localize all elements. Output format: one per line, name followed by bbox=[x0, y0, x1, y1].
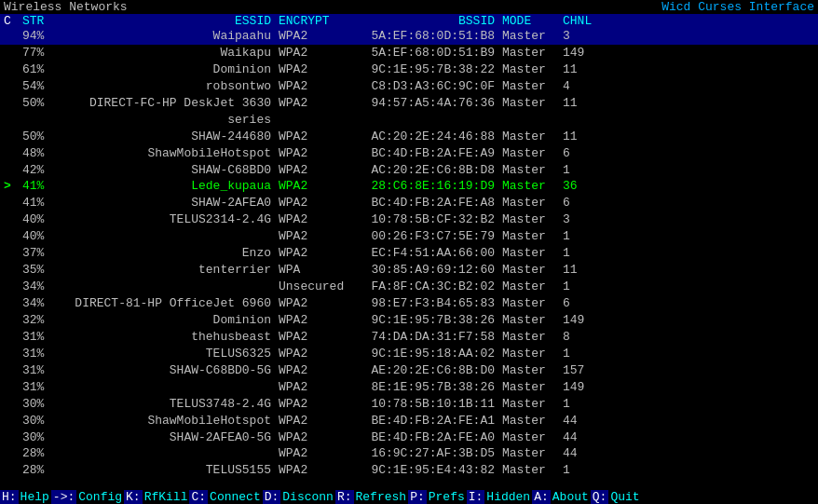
row-mode: Master bbox=[502, 162, 563, 179]
network-row[interactable]: 30% TELUS3748-2.4G WPA2 10:78:5B:10:1B:1… bbox=[0, 396, 818, 413]
row-essid: robsontwo bbox=[64, 78, 279, 95]
row-mode: Master bbox=[502, 462, 563, 479]
row-connected-indicator bbox=[4, 95, 22, 129]
status-bar-item[interactable]: Q:Quit bbox=[591, 490, 642, 504]
status-bar-item[interactable]: H:Help bbox=[0, 490, 51, 504]
row-bssid: 28:C6:8E:16:19:D9 bbox=[353, 178, 502, 195]
row-bssid: 9C:1E:95:7B:38:26 bbox=[353, 312, 502, 329]
network-row[interactable]: 50% SHAW-244680 WPA2 AC:20:2E:24:46:88 M… bbox=[0, 129, 818, 145]
network-row[interactable]: 34% DIRECT-81-HP OfficeJet 6960 WPA2 98:… bbox=[0, 295, 818, 312]
row-connected-indicator bbox=[4, 396, 22, 413]
status-bar-item[interactable]: R:Refresh bbox=[335, 490, 408, 504]
row-bssid: 74:DA:DA:31:F7:58 bbox=[353, 329, 502, 346]
network-row[interactable]: 77% Waikapu WPA2 5A:EF:68:0D:51:B9 Maste… bbox=[0, 45, 818, 61]
network-row[interactable]: 94% Waipaahu WPA2 5A:EF:68:0D:51:B8 Mast… bbox=[0, 28, 818, 45]
network-row[interactable]: 40% WPA2 00:26:F3:C7:5E:79 Master 1 bbox=[0, 228, 818, 245]
row-strength: 30% bbox=[22, 429, 64, 446]
row-encrypt: WPA2 bbox=[279, 462, 353, 479]
network-row[interactable]: 35% tenterrier WPA 30:85:A9:69:12:60 Mas… bbox=[0, 262, 818, 279]
network-row[interactable]: 37% Enzo WPA2 EC:F4:51:AA:66:00 Master 1 bbox=[0, 245, 818, 262]
network-row[interactable]: 42% SHAW-C68BD0 WPA2 AC:20:2E:C6:8B:D8 M… bbox=[0, 162, 818, 179]
row-connected-indicator bbox=[4, 295, 22, 312]
row-mode: Master bbox=[502, 195, 563, 211]
row-essid: SHAW-2AFEA0-5G bbox=[64, 429, 279, 446]
status-bar-item[interactable]: A:About bbox=[532, 490, 591, 504]
row-essid: Waikapu bbox=[64, 45, 279, 61]
status-label: Refresh bbox=[354, 490, 409, 504]
network-row[interactable]: 28% TELUS5155 WPA2 9C:1E:95:E4:43:82 Mas… bbox=[0, 462, 818, 479]
network-row[interactable]: 31% TELUS6325 WPA2 9C:1E:95:18:AA:02 Mas… bbox=[0, 346, 818, 362]
row-bssid: 9C:1E:95:18:AA:02 bbox=[353, 346, 502, 362]
row-encrypt: WPA2 bbox=[279, 295, 353, 312]
network-row[interactable]: 31% thehusbeast WPA2 74:DA:DA:31:F7:58 M… bbox=[0, 329, 818, 346]
row-encrypt: WPA2 bbox=[279, 129, 353, 145]
row-essid bbox=[64, 279, 279, 295]
row-connected-indicator bbox=[4, 445, 22, 462]
row-strength: 50% bbox=[22, 95, 64, 129]
row-chnl: 4 bbox=[563, 78, 609, 95]
row-bssid: EC:F4:51:AA:66:00 bbox=[353, 245, 502, 262]
network-row[interactable]: 28% WPA2 16:9C:27:AF:3B:D5 Master 44 bbox=[0, 445, 818, 462]
network-row[interactable]: 32% Dominion WPA2 9C:1E:95:7B:38:26 Mast… bbox=[0, 312, 818, 329]
network-row[interactable]: 31% SHAW-C68BD0-5G WPA2 AE:20:2E:C6:8B:D… bbox=[0, 362, 818, 379]
status-bar-item[interactable]: I:Hidden bbox=[467, 490, 532, 504]
row-connected-indicator bbox=[4, 245, 22, 262]
row-bssid: 8E:1E:95:7B:38:26 bbox=[353, 379, 502, 396]
row-strength: 31% bbox=[22, 362, 64, 379]
col-bssid-header: BSSID bbox=[353, 14, 502, 28]
row-mode: Master bbox=[502, 145, 563, 162]
row-mode: Master bbox=[502, 262, 563, 279]
network-row[interactable]: 40% TELUS2314-2.4G WPA2 10:78:5B:CF:32:B… bbox=[0, 211, 818, 228]
status-bar-item[interactable]: C:Connect bbox=[189, 490, 262, 504]
row-bssid: 9C:1E:95:E4:43:82 bbox=[353, 462, 502, 479]
row-chnl: 3 bbox=[563, 28, 609, 45]
row-encrypt: WPA2 bbox=[279, 211, 353, 228]
status-label: Quit bbox=[608, 490, 641, 504]
row-mode: Master bbox=[502, 61, 563, 78]
row-mode: Master bbox=[502, 45, 563, 61]
row-chnl: 44 bbox=[563, 413, 609, 429]
network-row[interactable]: > 41% Lede_kupaua WPA2 28:C6:8E:16:19:D9… bbox=[0, 178, 818, 195]
network-row[interactable]: 31% WPA2 8E:1E:95:7B:38:26 Master 149 bbox=[0, 379, 818, 396]
network-row[interactable]: 34% Unsecured FA:8F:CA:3C:B2:02 Master 1 bbox=[0, 279, 818, 295]
network-row[interactable]: 30% ShawMobileHotspot WPA2 BE:4D:FB:2A:F… bbox=[0, 413, 818, 429]
row-connected-indicator bbox=[4, 61, 22, 78]
network-list: 94% Waipaahu WPA2 5A:EF:68:0D:51:B8 Mast… bbox=[0, 28, 818, 479]
row-connected-indicator bbox=[4, 28, 22, 45]
row-connected-indicator bbox=[4, 45, 22, 61]
row-chnl: 149 bbox=[563, 312, 609, 329]
row-mode: Master bbox=[502, 379, 563, 396]
row-encrypt: WPA2 bbox=[279, 245, 353, 262]
row-bssid: AC:20:2E:24:46:88 bbox=[353, 129, 502, 145]
status-bar-item[interactable]: ->:Config bbox=[51, 490, 124, 504]
network-row[interactable]: 61% Dominion WPA2 9C:1E:95:7B:38:22 Mast… bbox=[0, 61, 818, 78]
row-mode: Master bbox=[502, 329, 563, 346]
network-row[interactable]: 30% SHAW-2AFEA0-5G WPA2 BE:4D:FB:2A:FE:A… bbox=[0, 429, 818, 446]
network-row[interactable]: 48% ShawMobileHotspot WPA2 BC:4D:FB:2A:F… bbox=[0, 145, 818, 162]
row-essid: TELUS2314-2.4G bbox=[64, 211, 279, 228]
row-encrypt: Unsecured bbox=[279, 279, 353, 295]
row-strength: 40% bbox=[22, 228, 64, 245]
row-mode: Master bbox=[502, 279, 563, 295]
status-bar-item[interactable]: K:RfKill bbox=[124, 490, 189, 504]
network-row[interactable]: 54% robsontwo WPA2 C8:D3:A3:6C:9C:0F Mas… bbox=[0, 78, 818, 95]
row-encrypt: WPA2 bbox=[279, 429, 353, 446]
status-bar-item[interactable]: P:Prefs bbox=[408, 490, 467, 504]
network-row[interactable]: 41% SHAW-2AFEA0 WPA2 BC:4D:FB:2A:FE:A8 M… bbox=[0, 195, 818, 211]
status-label: Hidden bbox=[484, 490, 532, 504]
title-bar: Wireless Networks Wicd Curses Interface bbox=[0, 0, 818, 14]
row-connected-indicator: > bbox=[4, 178, 22, 195]
row-strength: 30% bbox=[22, 396, 64, 413]
row-encrypt: WPA2 bbox=[279, 162, 353, 179]
status-bar-item[interactable]: D:Disconn bbox=[263, 490, 335, 504]
status-label: Help bbox=[19, 490, 51, 504]
row-essid: ShawMobileHotspot bbox=[64, 413, 279, 429]
status-bar: H:Help ->:Config K:RfKill C:Connect D:Di… bbox=[0, 490, 818, 504]
row-bssid: 10:78:5B:10:1B:11 bbox=[353, 396, 502, 413]
row-chnl: 11 bbox=[563, 95, 609, 129]
row-mode: Master bbox=[502, 429, 563, 446]
network-row[interactable]: 50% DIRECT-FC-HP DeskJet 3630 series WPA… bbox=[0, 95, 818, 129]
status-key: I: bbox=[467, 490, 485, 504]
row-bssid: C8:D3:A3:6C:9C:0F bbox=[353, 78, 502, 95]
status-label: Prefs bbox=[427, 490, 467, 504]
